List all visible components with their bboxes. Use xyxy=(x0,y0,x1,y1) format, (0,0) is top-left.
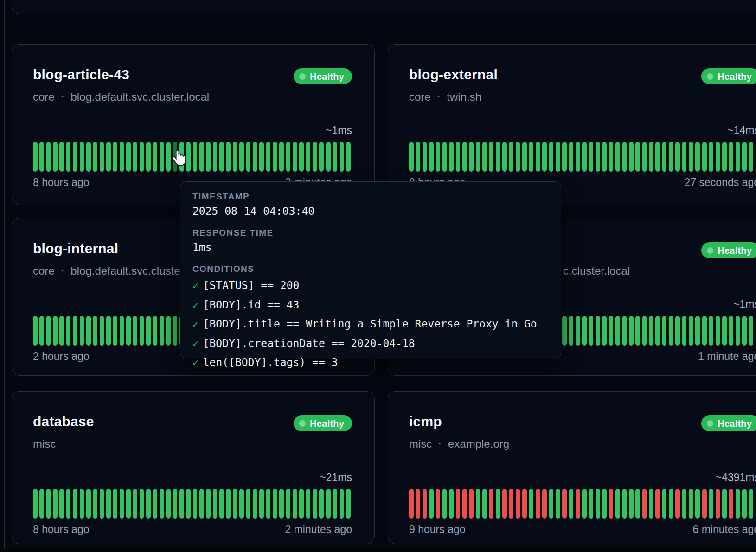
uptime-bar-chart[interactable] xyxy=(33,142,353,172)
uptime-bar[interactable] xyxy=(556,489,560,519)
uptime-bar[interactable] xyxy=(509,142,513,172)
uptime-bar[interactable] xyxy=(100,142,104,172)
uptime-bar[interactable] xyxy=(219,489,224,519)
uptime-bar[interactable] xyxy=(293,142,297,172)
uptime-bar[interactable] xyxy=(635,316,640,346)
uptime-bar[interactable] xyxy=(53,142,58,172)
uptime-bar[interactable] xyxy=(722,316,727,346)
uptime-bar[interactable] xyxy=(675,142,680,172)
uptime-bar[interactable] xyxy=(642,489,647,519)
uptime-bar[interactable] xyxy=(199,142,204,172)
uptime-bar[interactable] xyxy=(482,142,487,172)
uptime-bar[interactable] xyxy=(442,142,447,172)
uptime-bar[interactable] xyxy=(716,316,720,346)
uptime-bar[interactable] xyxy=(253,489,257,519)
uptime-bar[interactable] xyxy=(562,316,567,346)
uptime-bar[interactable] xyxy=(93,316,97,346)
uptime-bar[interactable] xyxy=(529,489,533,519)
uptime-bar[interactable] xyxy=(609,316,614,346)
uptime-bar[interactable] xyxy=(596,142,600,172)
uptime-bar[interactable] xyxy=(716,142,720,172)
uptime-bar[interactable] xyxy=(736,142,740,172)
uptime-bar[interactable] xyxy=(153,142,157,172)
uptime-bar[interactable] xyxy=(702,489,707,519)
uptime-bar[interactable] xyxy=(126,142,131,172)
uptime-bar[interactable] xyxy=(39,489,44,519)
uptime-bar[interactable] xyxy=(140,316,144,346)
uptime-bar[interactable] xyxy=(736,489,740,519)
uptime-bar[interactable] xyxy=(199,489,204,519)
uptime-bar[interactable] xyxy=(273,142,277,172)
uptime-bar[interactable] xyxy=(206,489,211,519)
uptime-bar[interactable] xyxy=(120,142,124,172)
uptime-bar[interactable] xyxy=(662,142,667,172)
uptime-bar[interactable] xyxy=(53,316,58,346)
uptime-bar[interactable] xyxy=(46,142,51,172)
uptime-bar[interactable] xyxy=(562,142,567,172)
uptime-bar[interactable] xyxy=(489,142,493,172)
uptime-bar[interactable] xyxy=(649,316,653,346)
uptime-bar[interactable] xyxy=(549,489,554,519)
uptime-bar[interactable] xyxy=(193,142,198,172)
uptime-bar[interactable] xyxy=(100,489,104,519)
uptime-bar[interactable] xyxy=(113,489,117,519)
uptime-bar[interactable] xyxy=(642,316,647,346)
uptime-bar[interactable] xyxy=(166,489,171,519)
uptime-bar[interactable] xyxy=(286,142,291,172)
uptime-bar[interactable] xyxy=(622,142,627,172)
uptime-bar[interactable] xyxy=(120,316,124,346)
uptime-bar[interactable] xyxy=(59,316,64,346)
uptime-bar[interactable] xyxy=(33,142,38,172)
uptime-bar[interactable] xyxy=(126,316,131,346)
uptime-bar[interactable] xyxy=(146,489,151,519)
uptime-bar[interactable] xyxy=(246,489,251,519)
uptime-bar[interactable] xyxy=(266,489,271,519)
uptime-bar[interactable] xyxy=(80,316,84,346)
uptime-bar[interactable] xyxy=(462,489,467,519)
uptime-bar[interactable] xyxy=(429,142,434,172)
uptime-bar[interactable] xyxy=(46,316,51,346)
uptime-bar[interactable] xyxy=(173,489,178,519)
card-blog-article-43[interactable]: blog-article-43 Healthy core·blog.defaul… xyxy=(12,44,375,205)
card-database[interactable]: database Healthy misc ~21ms 8 hours ago … xyxy=(12,391,375,544)
uptime-bar[interactable] xyxy=(562,489,567,519)
uptime-bar[interactable] xyxy=(602,489,607,519)
uptime-bar[interactable] xyxy=(326,489,331,519)
uptime-bar[interactable] xyxy=(213,489,218,519)
uptime-bar[interactable] xyxy=(80,489,84,519)
uptime-bar[interactable] xyxy=(489,489,493,519)
uptime-bar[interactable] xyxy=(689,142,693,172)
uptime-bar[interactable] xyxy=(299,142,304,172)
card-blog-external[interactable]: blog-external Healthy core·twin.sh ~14ms… xyxy=(388,44,756,205)
uptime-bar[interactable] xyxy=(166,316,171,346)
uptime-bar[interactable] xyxy=(160,142,164,172)
uptime-bar[interactable] xyxy=(93,142,97,172)
uptime-bar[interactable] xyxy=(655,489,660,519)
uptime-bar[interactable] xyxy=(140,142,144,172)
uptime-bar[interactable] xyxy=(669,489,673,519)
uptime-bar[interactable] xyxy=(326,142,331,172)
uptime-bar[interactable] xyxy=(299,489,304,519)
uptime-bar-chart[interactable] xyxy=(409,489,756,519)
uptime-bar[interactable] xyxy=(556,142,560,172)
uptime-bar[interactable] xyxy=(749,316,753,346)
uptime-bar[interactable] xyxy=(340,489,344,519)
uptime-bar[interactable] xyxy=(602,142,607,172)
uptime-bar[interactable] xyxy=(702,316,707,346)
uptime-bar[interactable] xyxy=(73,142,77,172)
uptime-bar[interactable] xyxy=(100,316,104,346)
uptime-bar[interactable] xyxy=(536,142,540,172)
uptime-bar[interactable] xyxy=(569,316,574,346)
uptime-bar[interactable] xyxy=(259,142,264,172)
uptime-bar[interactable] xyxy=(589,316,594,346)
uptime-bar[interactable] xyxy=(253,142,257,172)
uptime-bar[interactable] xyxy=(423,142,427,172)
uptime-bar[interactable] xyxy=(333,489,337,519)
uptime-bar[interactable] xyxy=(146,142,151,172)
uptime-bar[interactable] xyxy=(695,489,700,519)
uptime-bar[interactable] xyxy=(496,489,500,519)
uptime-bar[interactable] xyxy=(59,142,64,172)
uptime-bar[interactable] xyxy=(140,489,144,519)
uptime-bar[interactable] xyxy=(313,142,317,172)
uptime-bar[interactable] xyxy=(529,142,533,172)
